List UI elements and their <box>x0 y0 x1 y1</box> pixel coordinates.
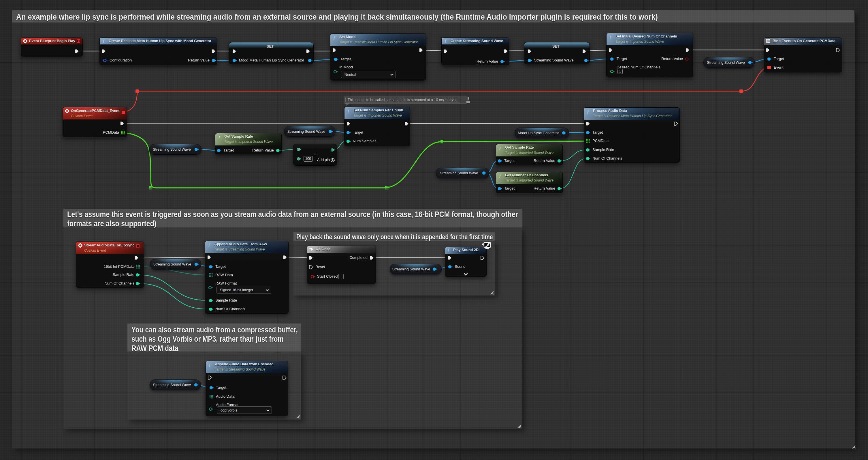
svg-text:1: 1 <box>310 247 311 249</box>
